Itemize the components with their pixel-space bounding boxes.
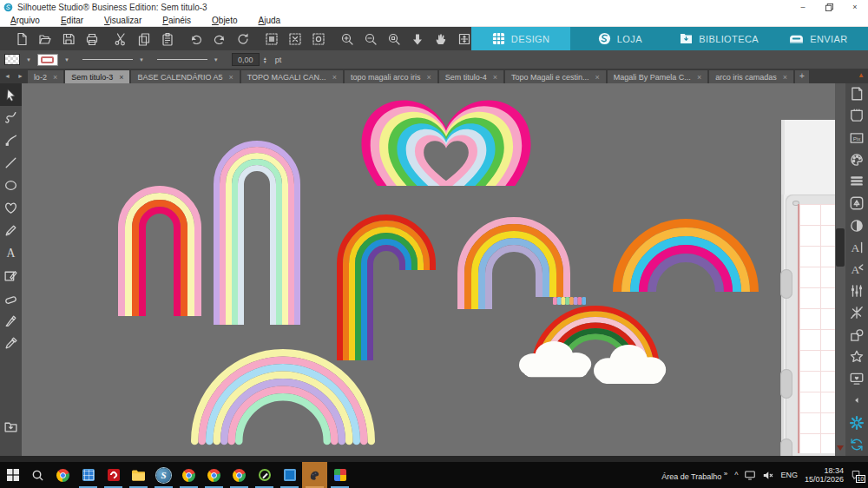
doc-tabs-forward-arrow[interactable]: ► xyxy=(15,73,26,79)
ribbon-tab-design[interactable]: DESIGN xyxy=(471,27,570,50)
network-icon[interactable] xyxy=(745,471,755,480)
tab-close-icon[interactable]: × xyxy=(229,73,233,82)
pixscan-panel-button[interactable]: Pix xyxy=(848,129,865,145)
settings-gear-button[interactable] xyxy=(848,415,865,431)
zoom-arrow-button[interactable] xyxy=(410,31,424,46)
doc-tab[interactable]: Sem titulo-3× xyxy=(65,70,129,83)
bold-semicircle-rainbow[interactable] xyxy=(613,219,759,292)
tab-close-icon[interactable]: × xyxy=(332,73,337,82)
menu-ajuda[interactable]: Ajuda xyxy=(248,16,292,25)
line-weight-caret[interactable]: ▼ xyxy=(214,57,219,63)
trace-select-button[interactable] xyxy=(311,31,326,46)
pastel-wide-rainbow[interactable] xyxy=(191,349,375,441)
knife-tool-tool-button[interactable] xyxy=(0,309,22,332)
modify-panel-button[interactable] xyxy=(848,305,865,320)
new-tab-button[interactable]: + xyxy=(795,70,809,83)
page-setup-panel-button[interactable] xyxy=(848,86,865,102)
open-folder-button[interactable] xyxy=(37,31,52,46)
doc-tab[interactable]: TOPO MAGALI CAN...× xyxy=(241,70,343,83)
fill-transparent-swatch[interactable] xyxy=(4,54,20,65)
line-style-dropdown[interactable] xyxy=(82,54,133,65)
tab-close-icon[interactable]: × xyxy=(493,73,497,82)
pink-orange-arch-rainbow[interactable] xyxy=(118,186,201,316)
notification-center[interactable]: 10 xyxy=(851,470,861,480)
sketch-tool-tool-button[interactable] xyxy=(0,264,22,287)
ribbon-tab-loja[interactable]: LOJA xyxy=(570,27,669,50)
line-color-swatch[interactable] xyxy=(37,54,58,66)
menu-paineis[interactable]: Painéis xyxy=(152,16,201,25)
doc-tab[interactable]: Magali By Pamela C...× xyxy=(608,70,707,83)
color-palette-panel-button[interactable] xyxy=(848,152,865,168)
transform-panel-button[interactable] xyxy=(848,283,865,299)
doc-tab[interactable]: Sem titulo-4× xyxy=(439,70,503,83)
rainbow-cane[interactable] xyxy=(337,214,436,360)
taskbar-file-explorer[interactable] xyxy=(126,462,151,488)
mat-setup-panel-button[interactable] xyxy=(848,108,865,123)
glyphs-panel-button[interactable]: A xyxy=(848,261,865,277)
volume-muted-icon[interactable] xyxy=(762,471,773,480)
taskbar-chrome-1[interactable] xyxy=(50,462,76,488)
pastel-tall-arch-rainbow[interactable] xyxy=(214,141,300,325)
undo-button[interactable] xyxy=(188,31,203,46)
trace-panel-button[interactable] xyxy=(848,195,865,211)
new-file-button[interactable] xyxy=(14,31,29,46)
replicate-panel-button[interactable] xyxy=(848,327,865,343)
line-weight-dropdown[interactable] xyxy=(157,54,207,65)
taskbar-search[interactable] xyxy=(25,462,50,488)
paste-button[interactable] xyxy=(160,31,174,46)
ribbon-tab-biblioteca[interactable]: BIBLIOTECA xyxy=(670,27,769,50)
menu-arquivo[interactable]: Arquivo xyxy=(0,16,50,25)
language-indicator[interactable]: ENG xyxy=(780,471,798,479)
taskbar-blue-grid-app[interactable] xyxy=(76,462,101,488)
ribbon-tab-enviar[interactable]: ENVIAR xyxy=(769,27,868,50)
tab-close-icon[interactable]: × xyxy=(119,73,123,82)
tab-close-icon[interactable]: × xyxy=(53,73,57,82)
select-all-button[interactable] xyxy=(264,31,279,46)
thickness-input[interactable]: 0,00 xyxy=(232,53,260,66)
taskbar-photos-mosaic-app[interactable] xyxy=(327,462,352,488)
doc-tab[interactable]: topo magali arco iris× xyxy=(345,70,437,83)
cloud-right[interactable] xyxy=(594,344,667,386)
eraser-tool-tool-button[interactable] xyxy=(0,287,22,309)
doc-tab[interactable]: lo-2× xyxy=(28,70,63,83)
taskbar-blue-window-app[interactable] xyxy=(277,462,302,488)
doc-tabs-back-arrow[interactable]: ◄ xyxy=(2,73,13,79)
mini-stripes-scrap[interactable] xyxy=(553,293,586,300)
menu-visualizar[interactable]: Visualizar xyxy=(94,16,152,25)
scrollbar-thumb[interactable] xyxy=(836,228,845,267)
minimize-button[interactable]: – xyxy=(790,0,816,14)
menu-objeto[interactable]: Objeto xyxy=(201,16,247,25)
page-preview[interactable] xyxy=(781,120,835,456)
doc-tab[interactable]: arco iris camadas× xyxy=(709,70,793,83)
taskbar-silhouette-studio[interactable]: S xyxy=(151,462,176,488)
taskbar-paint-app[interactable] xyxy=(302,462,327,488)
close-button[interactable]: × xyxy=(842,0,868,14)
zoom-in-button[interactable] xyxy=(339,31,354,46)
select-arrow-tool-button[interactable] xyxy=(0,83,22,106)
cloud-left[interactable] xyxy=(519,340,592,379)
fit-page-button[interactable] xyxy=(457,31,471,46)
tab-close-icon[interactable]: × xyxy=(783,73,787,82)
menu-editar[interactable]: Editar xyxy=(50,16,94,25)
freehand-draw-tool-button[interactable] xyxy=(0,106,22,129)
sync-button[interactable] xyxy=(848,437,865,452)
print-button[interactable] xyxy=(84,31,99,46)
pan-hand-button[interactable] xyxy=(433,31,448,46)
scrollbar-down-arrow[interactable] xyxy=(837,445,844,451)
deselect-button[interactable] xyxy=(287,31,302,46)
contrast-panel-button[interactable] xyxy=(848,217,865,233)
thickness-spinner[interactable]: ▲▼ xyxy=(263,56,267,63)
doc-tab[interactable]: BASE CALENDÁRIO A5× xyxy=(131,70,239,83)
desktop-label[interactable]: Área de Trabalho » xyxy=(661,470,727,481)
offset-star-panel-button[interactable] xyxy=(848,349,865,365)
tab-close-icon[interactable]: × xyxy=(595,73,600,82)
line-style-caret[interactable]: ▼ xyxy=(139,57,144,63)
design-canvas[interactable] xyxy=(22,83,835,456)
taskbar-start[interactable] xyxy=(0,462,25,488)
heart-rainbow[interactable] xyxy=(354,93,538,186)
pencil-tool-tool-button[interactable] xyxy=(0,219,22,241)
zoom-out-button[interactable] xyxy=(363,31,378,46)
taskbar-chrome-3[interactable] xyxy=(201,462,227,488)
replay-button[interactable] xyxy=(235,31,250,46)
point-edit-tool-button[interactable] xyxy=(0,129,22,151)
